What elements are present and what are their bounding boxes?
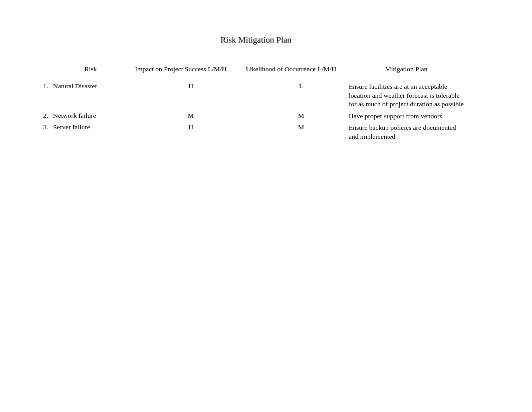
row-num: 3. [40, 123, 53, 131]
row-risk: Server failure [53, 123, 128, 131]
table-row: 2. Network failure M M Have proper suppo… [40, 112, 492, 121]
row-num: 1. [40, 82, 53, 90]
table-row: 3. Server failure H M Ensure backup poli… [40, 123, 492, 141]
row-mitigation: Have proper support from vendors [349, 112, 464, 121]
row-impact: H [128, 82, 233, 90]
row-likelihood: L [233, 82, 349, 90]
header-mitigation: Mitigation Plan [349, 65, 464, 73]
row-impact: H [128, 123, 233, 131]
row-impact: M [128, 112, 233, 120]
row-mitigation: Ensure backup policies are documented an… [349, 123, 464, 141]
table-header-row: Risk Impact on Project Success L/M/H Lik… [40, 65, 492, 73]
document-title: Risk Mitigation Plan [20, 35, 492, 45]
risk-table: Risk Impact on Project Success L/M/H Lik… [40, 65, 492, 141]
table-row: 1. Natural Disaster H L Ensure facilitie… [40, 82, 492, 109]
row-likelihood: M [233, 123, 349, 131]
header-impact: Impact on Project Success L/M/H [128, 65, 233, 73]
header-risk: Risk [53, 65, 128, 73]
row-risk: Natural Disaster [53, 82, 128, 90]
row-likelihood: M [233, 112, 349, 120]
row-num: 2. [40, 112, 53, 120]
row-mitigation: Ensure facilities are at an acceptable l… [349, 82, 464, 109]
header-likelihood: Likelihood of Occurrence L/M/H [233, 65, 349, 73]
row-risk: Network failure [53, 112, 128, 120]
